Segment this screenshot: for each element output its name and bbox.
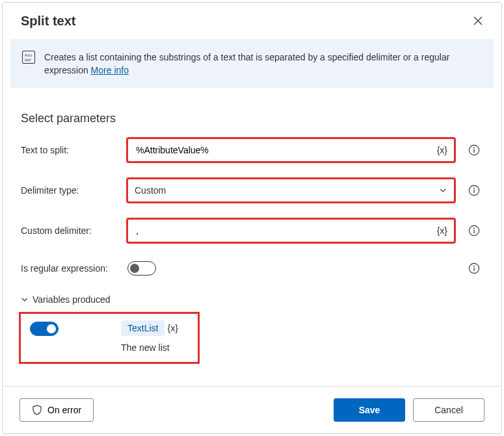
info-icon [468, 263, 480, 274]
close-button[interactable] [469, 12, 487, 30]
delimiter-type-value: Custom [135, 185, 166, 196]
action-glyph-icon: Abc def [22, 51, 35, 64]
info-icon [468, 185, 480, 196]
banner-text: Creates a list containing the substrings… [44, 51, 478, 77]
on-error-button[interactable]: On error [20, 398, 94, 422]
param-text-to-split: Text to split: {x} [21, 138, 483, 162]
is-regex-toggle[interactable] [127, 261, 156, 276]
section-title: Select parameters [21, 112, 483, 125]
text-to-split-input[interactable]: {x} [127, 138, 455, 162]
label-is-regex: Is regular expression: [21, 263, 122, 274]
variable-enable-toggle[interactable] [30, 322, 59, 336]
info-is-regex[interactable] [465, 259, 483, 277]
more-info-link[interactable]: More info [91, 65, 129, 75]
custom-delimiter-input[interactable]: {x} [127, 219, 455, 242]
dialog-body: Select parameters Text to split: {x} Del… [3, 88, 501, 386]
close-icon [473, 16, 483, 26]
svg-point-4 [473, 188, 475, 189]
variable-row: TextList {x} The new list [21, 314, 198, 362]
variables-produced-toggle[interactable]: Variables produced [21, 294, 483, 305]
save-button[interactable]: Save [334, 398, 405, 422]
param-delimiter-type: Delimiter type: Custom [21, 179, 483, 202]
svg-rect-2 [473, 149, 474, 153]
info-custom-delimiter[interactable] [465, 222, 483, 240]
chevron-down-icon [21, 296, 29, 303]
variables-produced-section: Variables produced TextList {x} The new … [21, 294, 483, 362]
cancel-button[interactable]: Cancel [413, 398, 484, 422]
label-delimiter-type: Delimiter type: [21, 185, 122, 196]
info-delimiter-type[interactable] [465, 181, 483, 199]
svg-rect-8 [473, 230, 474, 233]
dialog-footer: On error Save Cancel [3, 386, 501, 433]
param-custom-delimiter: Custom delimiter: {x} [21, 219, 483, 242]
variable-chip[interactable]: TextList [121, 320, 165, 336]
label-custom-delimiter: Custom delimiter: [21, 225, 122, 236]
info-icon [468, 225, 480, 237]
svg-rect-5 [473, 190, 474, 193]
insert-variable-icon[interactable]: {x} [167, 323, 178, 333]
info-icon [468, 144, 480, 156]
dialog-header: Split text [3, 3, 501, 36]
variable-description: The new list [121, 342, 178, 353]
dialog-title: Split text [21, 14, 75, 29]
param-is-regex: Is regular expression: [21, 259, 483, 277]
svg-rect-11 [473, 268, 474, 271]
svg-point-1 [473, 147, 475, 149]
custom-delimiter-field[interactable] [135, 225, 437, 237]
info-banner: Abc def Creates a list containing the su… [10, 39, 494, 88]
shield-icon [32, 405, 42, 415]
svg-point-7 [473, 228, 475, 229]
variables-produced-label: Variables produced [33, 294, 111, 305]
text-to-split-field[interactable] [135, 144, 437, 156]
insert-variable-icon[interactable]: {x} [437, 145, 447, 155]
label-text-to-split: Text to split: [21, 145, 122, 155]
delimiter-type-select[interactable]: Custom [127, 179, 455, 202]
split-text-dialog: Split text Abc def Creates a list contai… [2, 2, 502, 434]
svg-point-10 [473, 266, 475, 267]
chevron-down-icon [438, 186, 447, 195]
variable-name-row: TextList {x} [121, 320, 178, 336]
info-text-to-split[interactable] [465, 141, 483, 159]
insert-variable-icon[interactable]: {x} [437, 225, 447, 236]
